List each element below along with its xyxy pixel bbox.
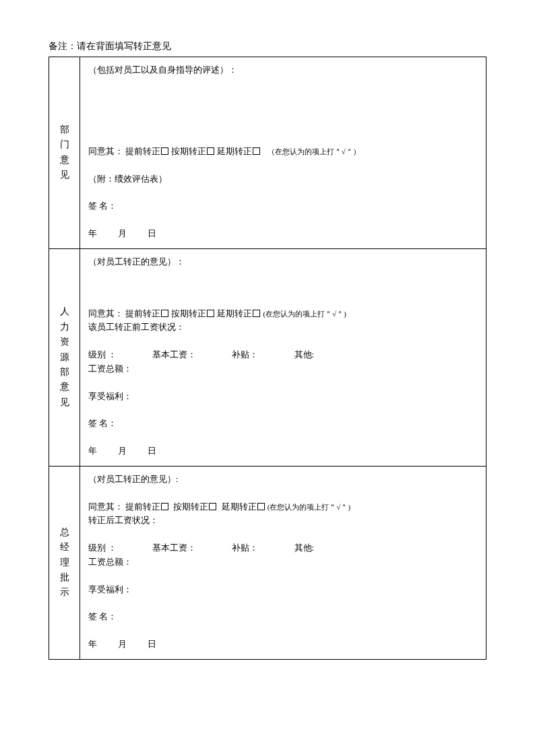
signature-line: 签 名：	[88, 417, 475, 430]
agree-line: 同意其： 提前转正 按期转正 延期转正 (在您认为的项上打＂√＂)	[88, 501, 475, 514]
checkbox-ontime[interactable]	[209, 503, 216, 510]
checkbox-delay[interactable]	[253, 147, 260, 155]
agree-line: 同意其： 提前转正 按期转正 延期转正 (在您认为的项上打＂√＂)	[88, 308, 475, 320]
section-content-gm: （对员工转正的意见）: 同意其： 提前转正 按期转正 延期转正 (在您认为的项上…	[80, 466, 486, 659]
signature-line: 签 名：	[88, 611, 475, 623]
total-salary: 工资总额：	[88, 556, 475, 569]
checkbox-early[interactable]	[161, 503, 168, 510]
salary-details: 级别 ： 基本工资： 补贴： 其他:	[88, 542, 475, 555]
signature-line: 签 名：	[88, 200, 475, 213]
approval-table: 部 门 意 见 （包括对员工以及自身指导的评述）： 同意其： 提前转正 按期转正…	[49, 57, 486, 660]
date-line: 年 月 日	[88, 228, 475, 240]
intro-text: （对员工转正的意见）：	[88, 256, 475, 269]
salary-status: 转正后工资状况：	[88, 514, 475, 527]
salary-status: 该员工转正前工资状况：	[88, 321, 475, 334]
date-line: 年 月 日	[88, 445, 475, 458]
checkbox-early[interactable]	[161, 147, 168, 155]
checkbox-delay[interactable]	[257, 503, 265, 510]
date-line: 年 月 日	[88, 638, 475, 651]
total-salary: 工资总额：	[88, 363, 475, 376]
benefits: 享受福利：	[88, 390, 475, 403]
section-label-gm: 总 经 理 批 示	[49, 466, 80, 659]
page-note: 备注：请在背面填写转正意见	[49, 40, 486, 53]
section-label-hr: 人 力 资 源 部 意 见	[49, 248, 80, 466]
section-content-dept: （包括对员工以及自身指导的评述）： 同意其： 提前转正 按期转正 延期转正 （在…	[80, 57, 486, 249]
checkbox-early[interactable]	[161, 310, 168, 317]
section-label-dept: 部 门 意 见	[49, 57, 80, 249]
intro-text: （包括对员工以及自身指导的评述）：	[88, 64, 475, 77]
salary-details: 级别 ： 基本工资： 补贴： 其他:	[88, 349, 475, 362]
checkbox-ontime[interactable]	[207, 147, 214, 155]
checkbox-ontime[interactable]	[207, 310, 214, 317]
agree-line: 同意其： 提前转正 按期转正 延期转正 （在您认为的项上打＂√＂）	[88, 145, 475, 158]
checkbox-delay[interactable]	[253, 310, 260, 317]
section-content-hr: （对员工转正的意见）： 同意其： 提前转正 按期转正 延期转正 (在您认为的项上…	[80, 248, 486, 466]
benefits: 享受福利：	[88, 584, 475, 596]
attachment-note: （附：绩效评估表）	[88, 173, 475, 186]
intro-text: （对员工转正的意见）:	[88, 473, 475, 486]
